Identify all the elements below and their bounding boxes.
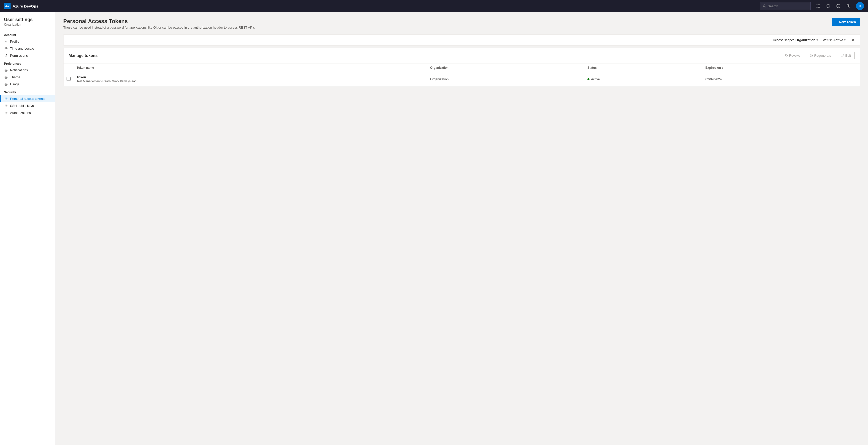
sidebar-header: User settings Organization	[0, 17, 55, 30]
token-scope: Test Management (Read); Work Items (Read…	[76, 79, 424, 83]
settings-icon-btn[interactable]	[844, 1, 853, 10]
edit-icon	[841, 54, 844, 57]
main-content: Personal Access Tokens These can be used…	[55, 12, 868, 445]
profile-icon: ○	[4, 39, 8, 43]
filter-bar: Access scope: Organization ▾ Status: Act…	[63, 34, 860, 46]
topnav-icon-group: ?	[814, 1, 853, 10]
shield-icon-btn[interactable]	[824, 1, 833, 10]
pat-icon: ◎	[4, 97, 8, 101]
sidebar-item-label: Personal access tokens	[10, 97, 44, 101]
col-status: Status	[584, 64, 703, 72]
token-table-header: Manage tokens Revoke Regenerate Edit	[64, 48, 860, 64]
access-scope-chevron-icon: ▾	[816, 39, 818, 41]
token-name: Token	[76, 75, 424, 79]
sidebar-item-label: Profile	[10, 40, 19, 43]
token-expires: 02/09/2024	[703, 72, 860, 86]
status-chevron-icon: ▾	[844, 39, 845, 41]
status-badge: Active	[587, 77, 700, 81]
theme-icon: ◎	[4, 75, 8, 79]
revoke-button[interactable]: Revoke	[781, 52, 804, 59]
help-icon-btn[interactable]: ?	[834, 1, 843, 10]
sidebar-item-label: Usage	[10, 82, 20, 86]
svg-rect-5	[816, 6, 817, 6]
status-label: Status:	[822, 38, 832, 42]
svg-rect-3	[816, 4, 817, 5]
access-scope-value: Organization	[796, 38, 815, 42]
section-label-account: Account	[0, 30, 55, 38]
access-scope-filter: Access scope: Organization ▾	[773, 38, 817, 42]
ssh-icon: ◎	[4, 104, 8, 108]
page-header-text: Personal Access Tokens These can be used…	[63, 18, 255, 29]
revoke-icon	[785, 54, 788, 57]
status-dropdown[interactable]: Active ▾	[833, 38, 845, 42]
svg-line-2	[765, 6, 766, 7]
sidebar-item-usage[interactable]: ◎ Usage	[0, 80, 55, 88]
regenerate-button[interactable]: Regenerate	[806, 52, 835, 59]
brand-logo[interactable]: Azure DevOps	[4, 3, 38, 9]
time-icon: ◎	[4, 46, 8, 50]
sidebar-item-label: SSH public keys	[10, 104, 34, 108]
svg-point-12	[847, 4, 850, 8]
sidebar-item-time-locale[interactable]: ◎ Time and Locale	[0, 45, 55, 52]
sidebar-item-label: Time and Locale	[10, 47, 34, 50]
notifications-icon: ◎	[4, 68, 8, 72]
col-token-name: Token name	[73, 64, 427, 72]
sort-icon: ↓	[722, 66, 723, 69]
svg-rect-6	[817, 6, 820, 6]
search-input[interactable]	[768, 4, 808, 8]
col-organization: Organization	[427, 64, 584, 72]
section-label-preferences: Preferences	[0, 59, 55, 66]
sidebar-item-profile[interactable]: ○ Profile	[0, 38, 55, 45]
permissions-icon: ↺	[4, 54, 8, 58]
sidebar-subtitle: Organization	[4, 23, 51, 26]
sidebar-title: User settings	[4, 17, 51, 22]
svg-point-1	[763, 5, 765, 7]
user-avatar[interactable]: D	[856, 2, 864, 10]
access-scope-dropdown[interactable]: Organization ▾	[796, 38, 817, 42]
sidebar-item-ssh-public-keys[interactable]: ◎ SSH public keys	[0, 102, 55, 109]
col-expires[interactable]: Expires on ↓	[703, 64, 860, 72]
page-title: Personal Access Tokens	[63, 18, 255, 25]
svg-rect-4	[817, 4, 820, 5]
svg-rect-0	[4, 3, 10, 9]
sidebar-item-notifications[interactable]: ◎ Notifications	[0, 66, 55, 73]
regenerate-icon	[810, 54, 813, 57]
sidebar-item-label: Permissions	[10, 54, 28, 58]
svg-text:?: ?	[838, 5, 839, 7]
new-token-button[interactable]: + New Token	[832, 18, 860, 26]
sidebar-item-authorizations[interactable]: ◎ Authorizations	[0, 109, 55, 116]
usage-icon: ◎	[4, 82, 8, 86]
edit-button[interactable]: Edit	[837, 52, 855, 59]
row-checkbox[interactable]	[67, 77, 70, 81]
svg-rect-7	[816, 7, 817, 7]
brand-name: Azure DevOps	[12, 4, 38, 8]
sidebar-item-label: Authorizations	[10, 111, 31, 115]
manage-tokens-title: Manage tokens	[68, 54, 98, 58]
table-row: Token Test Management (Read); Work Items…	[64, 72, 860, 86]
status-dot-icon	[587, 78, 589, 80]
col-checkbox	[64, 64, 73, 72]
status-value: Active	[833, 38, 843, 42]
filter-close-button[interactable]: ✕	[851, 38, 855, 42]
token-actions: Revoke Regenerate Edit	[781, 52, 855, 59]
svg-point-11	[848, 5, 849, 6]
status-text: Active	[591, 77, 600, 81]
sidebar-item-personal-access-tokens[interactable]: ◎ Personal access tokens	[0, 95, 55, 102]
page-header: Personal Access Tokens These can be used…	[63, 18, 860, 29]
azure-devops-logo-icon	[4, 3, 10, 9]
section-label-security: Security	[0, 88, 55, 95]
token-organization: Organization	[427, 72, 584, 86]
search-icon	[763, 4, 766, 8]
app-layout: User settings Organization Account ○ Pro…	[0, 12, 868, 445]
status-filter: Status: Active ▾	[822, 38, 846, 42]
search-box[interactable]	[760, 2, 811, 10]
authorizations-icon: ◎	[4, 111, 8, 115]
sidebar-item-permissions[interactable]: ↺ Permissions	[0, 52, 55, 59]
sidebar-item-label: Theme	[10, 75, 20, 79]
sidebar-item-theme[interactable]: ◎ Theme	[0, 73, 55, 80]
token-table-card: Manage tokens Revoke Regenerate Edit	[63, 48, 860, 86]
sidebar-item-label: Notifications	[10, 68, 28, 72]
list-icon-btn[interactable]	[814, 1, 823, 10]
top-navigation: Azure DevOps ? D	[0, 0, 868, 12]
token-table: Token name Organization Status Expires o…	[64, 64, 860, 86]
